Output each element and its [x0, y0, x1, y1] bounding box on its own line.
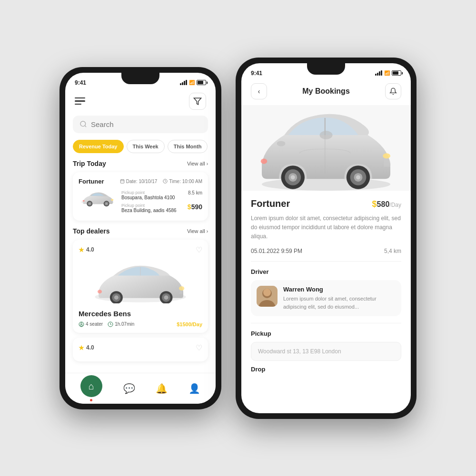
- right-notch: [307, 63, 345, 75]
- svg-point-42: [261, 158, 268, 164]
- right-time: 9:41: [251, 70, 262, 77]
- dealer-card-1-top: ★ 4.0 ♡: [79, 245, 202, 254]
- trip-time: Time: 10:00 AM: [163, 179, 202, 184]
- divider-1: [251, 261, 401, 262]
- trip-price: $590: [188, 203, 202, 211]
- profile-icon: 👤: [188, 383, 200, 394]
- booking-price: $580/Day: [372, 199, 401, 209]
- driver-name: Warren Wong: [283, 286, 396, 293]
- clock-icon: [163, 179, 168, 184]
- scene: 9:41 📶: [0, 0, 476, 476]
- svg-point-45: [263, 289, 271, 296]
- dealer-seats-1: 4 seater: [79, 321, 103, 327]
- signal-icon: [180, 80, 187, 85]
- filter-button[interactable]: [189, 93, 206, 110]
- svg-point-39: [320, 131, 333, 139]
- tab-bar: Revenue Today This Week This Month: [65, 140, 216, 153]
- left-phone: 9:41 📶: [60, 67, 221, 409]
- page-title: My Bookings: [302, 87, 350, 96]
- search-bar[interactable]: [73, 116, 208, 133]
- right-status-icons: 📶: [375, 70, 401, 76]
- tab-this-week[interactable]: This Week: [127, 140, 165, 153]
- trip-card[interactable]: Fortuner Date: 10/10/17 Time: 10:00 AM: [73, 172, 208, 221]
- svg-marker-0: [194, 98, 201, 105]
- svg-point-15: [111, 199, 113, 201]
- favorite-button-2[interactable]: ♡: [196, 343, 202, 352]
- dealers-section-header: Top dealers View all ›: [65, 227, 216, 240]
- svg-rect-3: [120, 180, 124, 184]
- driver-card[interactable]: Warren Wong Lorem ipsum dolor sit amet, …: [251, 280, 401, 316]
- left-header: [65, 89, 216, 116]
- svg-point-38: [383, 153, 390, 158]
- svg-point-26: [98, 290, 102, 293]
- time-icon: [108, 321, 113, 327]
- search-icon: [79, 120, 87, 128]
- dealers-view-all[interactable]: View all ›: [187, 228, 208, 234]
- driver-info: Warren Wong Lorem ipsum dolor sit amet, …: [283, 286, 396, 311]
- nav-profile[interactable]: 👤: [188, 383, 200, 394]
- star-icon: ★: [79, 246, 84, 253]
- trip-meta: Date: 10/10/17 Time: 10:00 AM: [120, 178, 202, 185]
- dealer-car-image-1: [79, 258, 202, 306]
- booking-car-image: [241, 105, 411, 191]
- trip-date: Date: 10/10/17: [120, 179, 158, 184]
- dealer-card-1[interactable]: ★ 4.0 ♡: [73, 240, 208, 333]
- calendar-icon: [120, 179, 125, 184]
- star-icon-2: ★: [79, 344, 84, 351]
- trip-view-all[interactable]: View all ›: [187, 161, 208, 166]
- nav-bell[interactable]: 🔔: [156, 383, 168, 394]
- tab-this-month[interactable]: This Month: [168, 140, 208, 153]
- svg-point-37: [356, 175, 360, 179]
- booking-distance: 5,4 km: [384, 248, 401, 254]
- chat-icon: 💬: [123, 383, 135, 394]
- dealer-duration-1: 1h.07min: [108, 321, 134, 327]
- back-button[interactable]: ‹: [251, 83, 267, 99]
- svg-point-1: [80, 121, 86, 126]
- dealer-rating-2: ★ 4.0: [79, 344, 94, 351]
- right-phone: 9:41 📶 ‹ My Bookings: [236, 58, 416, 419]
- trip-details: Pickup point Bosupara, Bashtola 4100 8.5…: [121, 190, 202, 213]
- drop-section-label: Drop: [241, 366, 411, 373]
- pickup-section-label: Pickup: [241, 330, 411, 337]
- nav-chat[interactable]: 💬: [123, 383, 135, 394]
- notch: [121, 73, 159, 84]
- dealer-card-2[interactable]: ★ 4.0 ♡: [73, 338, 208, 361]
- bottom-nav: ⌂ 💬 🔔 👤: [65, 373, 216, 404]
- home-icon: ⌂: [89, 381, 94, 392]
- driver-avatar: [257, 286, 278, 307]
- trip-pickup: Bosupara, Bashtola 4100: [121, 195, 185, 200]
- svg-line-2: [85, 126, 86, 127]
- driver-description: Lorem ipsum dolor sit amet, consectetur …: [283, 295, 396, 311]
- nav-home[interactable]: ⌂: [80, 375, 102, 401]
- dealers-section-title: Top dealers: [73, 227, 110, 235]
- right-header: ‹ My Bookings: [241, 79, 411, 105]
- active-indicator: [90, 399, 92, 401]
- menu-icon[interactable]: [75, 97, 85, 105]
- booking-meta: 05.01.2022 9:59 PM 5,4 km: [241, 248, 411, 254]
- tab-revenue-today[interactable]: Revenue Today: [73, 140, 124, 153]
- pickup-field[interactable]: Woodward st 13, 13 E98 London: [251, 342, 401, 361]
- dealer-car-name-1: Mercedes Bens: [79, 310, 202, 318]
- trip-car-image: [79, 189, 117, 215]
- notification-button[interactable]: [385, 83, 401, 99]
- dealer-card-2-top: ★ 4.0 ♡: [79, 343, 202, 352]
- svg-point-14: [106, 203, 108, 204]
- bell-icon: 🔔: [156, 383, 168, 394]
- left-time: 9:41: [75, 79, 86, 86]
- home-icon-wrap: ⌂: [80, 375, 102, 397]
- favorite-button-1[interactable]: ♡: [196, 245, 202, 254]
- wifi-icon: 📶: [189, 80, 195, 85]
- svg-point-24: [164, 295, 169, 300]
- booking-date: 05.01.2022 9:59 PM: [251, 248, 302, 254]
- search-input[interactable]: [91, 120, 201, 128]
- right-battery-icon: [392, 70, 401, 76]
- trip-card-body: Pickup point Bosupara, Bashtola 4100 8.5…: [79, 189, 202, 215]
- bell-icon: [389, 87, 397, 95]
- trip-drop: Beza Building, aadis 4586: [121, 208, 185, 213]
- right-wifi-icon: 📶: [384, 70, 390, 76]
- svg-point-41: [277, 141, 286, 146]
- divider-2: [251, 323, 401, 323]
- dealer-price-1: $1500/Day: [177, 321, 202, 327]
- right-signal-icon: [375, 70, 382, 76]
- driver-section-label: Driver: [241, 268, 411, 275]
